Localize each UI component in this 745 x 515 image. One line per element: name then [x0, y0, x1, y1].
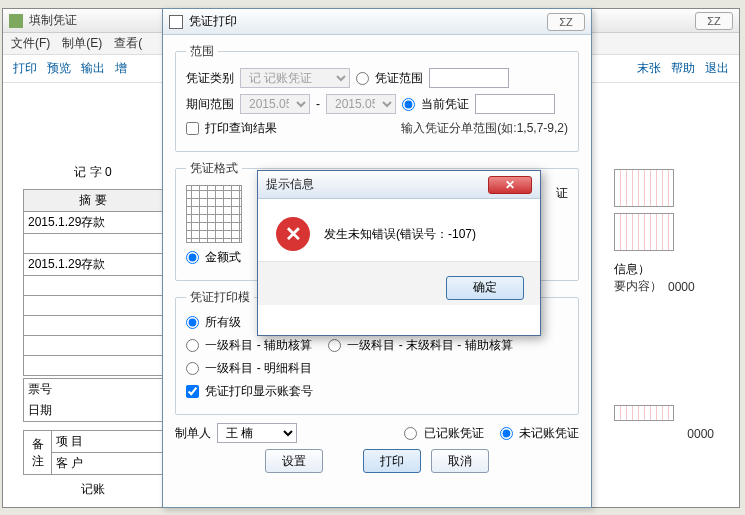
- tool-print[interactable]: 打印: [13, 60, 37, 77]
- table-row[interactable]: 2015.1.29存款: [24, 254, 163, 276]
- label-category: 凭证类别: [186, 70, 234, 87]
- tool-add[interactable]: 增: [115, 60, 127, 77]
- tool-help[interactable]: 帮助: [671, 60, 695, 77]
- menu-view[interactable]: 查看(: [114, 35, 142, 52]
- legend-format: 凭证格式: [186, 160, 242, 177]
- right-strip: 信息） 要内容）0000 0000: [614, 169, 714, 441]
- main-close-button[interactable]: ΣΖ: [695, 12, 733, 30]
- menu-make[interactable]: 制单(E): [62, 35, 102, 52]
- format-preview: [186, 185, 242, 243]
- remark-label: 备注: [24, 431, 52, 475]
- zeros: 0000: [687, 427, 714, 441]
- radio-posted[interactable]: 已记账凭证: [404, 425, 483, 442]
- voucher-summary-table: 摘 要 2015.1.29存款 2015.1.29存款: [23, 189, 163, 376]
- right-info: 信息）: [614, 261, 714, 278]
- input-current-value[interactable]: [475, 94, 555, 114]
- cancel-button[interactable]: 取消: [431, 449, 489, 473]
- ok-button[interactable]: 确定: [446, 276, 524, 300]
- message-titlebar: 提示信息 ✕: [258, 171, 540, 199]
- radio-unposted[interactable]: 未记账凭证: [500, 425, 579, 442]
- radio-lvl1-detail[interactable]: 一级科目 - 明细科目: [186, 360, 312, 377]
- footer-ticket: 票号: [24, 379, 163, 401]
- table-row[interactable]: [24, 296, 163, 316]
- tool-last[interactable]: 末张: [637, 60, 661, 77]
- table-row[interactable]: [24, 316, 163, 336]
- print-dialog-title: 凭证打印: [189, 13, 543, 30]
- label-maker: 制单人: [175, 425, 211, 442]
- col-summary: 摘 要: [24, 190, 163, 212]
- amount-grid: [614, 213, 674, 251]
- table-row[interactable]: [24, 234, 163, 254]
- legend-template: 凭证打印模: [186, 289, 254, 306]
- group-scope: 范围 凭证类别 记 记账凭证 凭证范围 期间范围 2015.05 - 2015.…: [175, 43, 579, 152]
- scope-hint: 输入凭证分单范围(如:1,5,7-9,2): [401, 120, 568, 137]
- remark-customer: 客 户: [52, 453, 163, 475]
- table-row[interactable]: [24, 356, 163, 376]
- dialog-icon: [169, 15, 183, 29]
- message-text: 发生未知错误(错误号：-107): [324, 226, 476, 243]
- right-info2: 要内容）: [614, 278, 662, 295]
- radio-lvl1-last-aux[interactable]: 一级科目 - 末级科目 - 辅助核算: [328, 337, 513, 354]
- print-dialog-titlebar: 凭证打印 ΣΖ: [163, 9, 591, 35]
- settings-button[interactable]: 设置: [265, 449, 323, 473]
- select-maker[interactable]: 王 楠: [217, 423, 297, 443]
- radio-voucher-scope[interactable]: 凭证范围: [356, 70, 423, 87]
- voucher-area: 记 字 0 摘 要 2015.1.29存款 2015.1.29存款 票号 日期 …: [23, 164, 163, 498]
- label-period: 期间范围: [186, 96, 234, 113]
- bottom-post-label: 记账: [23, 481, 163, 498]
- table-row[interactable]: [24, 336, 163, 356]
- print-dialog-close-button[interactable]: ΣΖ: [547, 13, 585, 31]
- message-title: 提示信息: [266, 176, 488, 193]
- error-icon: ✕: [276, 217, 310, 251]
- select-period-from: 2015.05: [240, 94, 310, 114]
- checkbox-print-query[interactable]: 打印查询结果: [186, 120, 277, 137]
- footer-date: 日期: [24, 400, 163, 422]
- remark-table: 备注 项 目 客 户: [23, 430, 163, 475]
- radio-amount-format[interactable]: 金额式: [186, 249, 241, 266]
- table-row[interactable]: [24, 276, 163, 296]
- zeros: 0000: [668, 280, 695, 294]
- amount-grid: [614, 405, 674, 421]
- input-scope-value[interactable]: [429, 68, 509, 88]
- radio-current-voucher[interactable]: 当前凭证: [402, 96, 469, 113]
- menu-file[interactable]: 文件(F): [11, 35, 50, 52]
- amount-grid: [614, 169, 674, 207]
- print-button[interactable]: 打印: [363, 449, 421, 473]
- checkbox-show-acctset[interactable]: 凭证打印显示账套号: [186, 383, 313, 400]
- select-period-to: 2015.05: [326, 94, 396, 114]
- radio-lvl1-aux[interactable]: 一级科目 - 辅助核算: [186, 337, 312, 354]
- tool-exit[interactable]: 退出: [705, 60, 729, 77]
- voucher-footer-table: 票号 日期: [23, 378, 163, 422]
- remark-project: 项 目: [52, 431, 163, 453]
- message-dialog: 提示信息 ✕ ✕ 发生未知错误(错误号：-107) 确定: [257, 170, 541, 336]
- message-close-button[interactable]: ✕: [488, 176, 532, 194]
- legend-scope: 范围: [186, 43, 218, 60]
- tool-preview[interactable]: 预览: [47, 60, 71, 77]
- app-icon: [9, 14, 23, 28]
- select-category: 记 记账凭证: [240, 68, 350, 88]
- tool-export[interactable]: 输出: [81, 60, 105, 77]
- table-row[interactable]: 2015.1.29存款: [24, 212, 163, 234]
- voucher-number-label: 记 字 0: [23, 164, 163, 181]
- radio-all-levels[interactable]: 所有级: [186, 314, 241, 331]
